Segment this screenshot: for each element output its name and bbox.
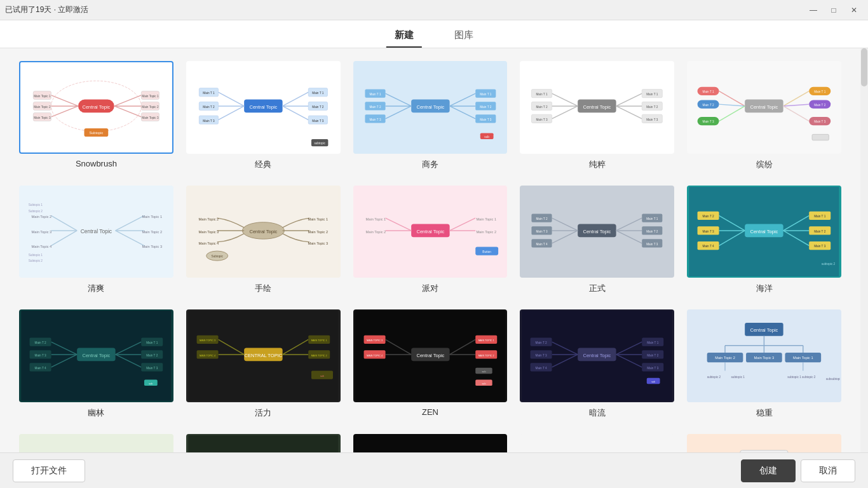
template-pure[interactable]: Central Topic Main T 1 Main T 2 Main T 3… [520,61,674,170]
template-grid-container: Central Topic Main Topic 1 Main Topic 2 … [0,48,860,452]
svg-text:Central Topic: Central Topic [750,327,778,333]
svg-text:MAIN TOPIC 1: MAIN TOPIC 1 [478,340,494,342]
template-label-forest: 幽林 [88,407,104,419]
template-thumb-r2: Central Topic Main Topic 1 · Main Topic … [186,434,341,452]
template-vitality[interactable]: CENTRAL TOPIC MAIN TOPIC 3 MAIN TOPIC 4 … [186,309,341,419]
template-r4[interactable]: Central Topic Main Topic 1 Main Topic 2 … [520,434,674,452]
template-classic[interactable]: Central Topic Main T 1 Main T 2 Main T 3… [186,61,341,170]
template-fresh[interactable]: Central Topic Main Topic 2 Main Topic 3 … [19,186,173,295]
template-business[interactable]: Central Topic Main T 1 Main T 2 Main T 3… [353,61,508,170]
svg-text:Main T 2: Main T 2 [648,354,660,357]
svg-text:sub: sub [482,371,485,374]
action-buttons: 创建 取消 [741,459,855,482]
cancel-button[interactable]: 取消 [801,459,855,482]
svg-text:Central Topic: Central Topic [750,228,778,234]
template-thumb-handdrawn: Central Topic Main Topic 2 Main Topic 3 … [186,186,341,278]
template-thumb-classic: Central Topic Main T 1 Main T 2 Main T 3… [186,61,341,154]
svg-text:Main T 2: Main T 2 [369,105,381,109]
maximize-button[interactable]: □ [825,3,843,18]
create-button[interactable]: 创建 [741,459,796,482]
svg-text:Main T 3: Main T 3 [480,118,492,121]
svg-rect-112 [812,134,829,140]
template-zen[interactable]: Central Topic MAIN TOPIC 3 MAIN TOPIC 4 … [353,309,508,419]
template-colorful[interactable]: Central Topic Main T 1 Main T 2 Main T 3… [687,61,841,170]
svg-text:Main T 3: Main T 3 [814,120,826,123]
svg-rect-353 [522,435,672,452]
svg-text:Main T 4: Main T 4 [536,367,548,370]
template-thumb-undercurrent: Central Topic Main T 2 Main T 3 Main T 4… [520,309,674,402]
template-stable[interactable]: Central Topic Main Topic 2 Main Topic 3 … [687,309,841,419]
template-ocean[interactable]: Central Topic Main T 2 Main T 3 Main T 4… [687,186,841,295]
template-r2[interactable]: Central Topic Main Topic 1 · Main Topic … [186,434,341,452]
template-r3[interactable]: Central Topic Main Topic 2 Main Topic 3 … [353,434,508,452]
template-label-formal: 正式 [589,283,606,294]
template-label-handdrawn: 手绘 [255,283,271,294]
template-thumb-colorful: Central Topic Main T 1 Main T 2 Main T 3… [687,61,841,154]
svg-text:Main T 2: Main T 2 [647,105,659,109]
svg-text:Main T 2: Main T 2 [536,341,548,344]
template-handdrawn[interactable]: Central Topic Main Topic 2 Main Topic 3 … [186,186,341,295]
svg-text:Main T 1: Main T 1 [703,90,715,93]
template-party[interactable]: Central Topic Main Topic 1 Main Topic 2 … [353,186,508,295]
template-undercurrent[interactable]: Central Topic Main T 2 Main T 3 Main T 4… [520,309,674,419]
template-snowbrush[interactable]: Central Topic Main Topic 1 Main Topic 2 … [19,61,173,170]
svg-text:subsubtopic: subsubtopic [826,377,840,381]
svg-text:Subtopic 2: Subtopic 2 [29,209,43,212]
svg-text:Main Topic 2: Main Topic 2 [476,229,496,233]
svg-text:Main T 4: Main T 4 [34,367,46,370]
svg-text:Main Topic 3: Main Topic 3 [142,245,162,248]
svg-rect-318 [188,435,338,452]
svg-text:Main T 1: Main T 1 [536,93,548,96]
template-r5[interactable]: Central Topic Main Topic 1 Main Topic 2 … [687,434,841,452]
template-label-stable: 稳重 [756,407,773,419]
template-formal[interactable]: Central Topic Main T 2 Main T 3 Main T 4… [520,186,674,295]
svg-text:Main T 2: Main T 2 [312,105,324,109]
tab-new[interactable]: 新建 [374,24,434,48]
tabs-bar: 新建 图库 [0,20,868,48]
template-label-party: 派对 [422,283,438,294]
svg-rect-374 [689,435,839,452]
template-forest[interactable]: Central Topic Main T 2 Main T 3 Main T 4… [19,309,173,419]
svg-text:Central Topic: Central Topic [81,227,112,234]
template-label-pure: 纯粹 [589,159,606,170]
svg-text:Main T 2: Main T 2 [814,104,826,107]
svg-text:MAIN TOPIC 4: MAIN TOPIC 4 [200,355,215,357]
svg-text:Main Topic 3: Main Topic 3 [34,116,51,119]
close-button[interactable]: ✕ [845,3,863,18]
template-thumb-r1: Central Topic Main Topic Main Topic Main… [19,434,173,452]
svg-text:Main T 1: Main T 1 [814,90,826,93]
open-file-button[interactable]: 打开文件 [13,459,85,482]
svg-text:Main T 1: Main T 1 [369,93,381,96]
template-thumb-stable: Central Topic Main Topic 2 Main Topic 3 … [687,309,841,402]
svg-text:MAIN TOPIC 1: MAIN TOPIC 1 [311,340,327,342]
svg-text:Main T 3: Main T 3 [536,354,548,357]
svg-text:Subtopic: Subtopic [211,255,223,258]
template-r1[interactable]: Central Topic Main Topic Main Topic Main… [19,434,173,452]
svg-text:Main T 4: Main T 4 [536,242,548,245]
svg-text:Main T 1: Main T 1 [647,93,659,96]
svg-text:Main T 3: Main T 3 [536,229,548,233]
template-grid: Central Topic Main Topic 1 Main Topic 2 … [19,61,841,452]
scrollbar-thumb[interactable] [861,48,867,86]
svg-text:Main T 2: Main T 2 [480,105,492,109]
svg-text:Main T 1: Main T 1 [814,215,826,218]
tab-library[interactable]: 图库 [434,24,494,48]
svg-text:Main Topic 2: Main Topic 2 [32,215,52,219]
svg-text:Main Topic 2: Main Topic 2 [142,229,162,233]
scrollbar-track[interactable] [860,48,868,452]
title-bar: 已试用了19天 · 立即激活 — □ ✕ [0,0,868,20]
svg-text:Main T 3: Main T 3 [703,229,715,233]
template-label-business: 商务 [422,159,438,170]
template-thumb-zen: Central Topic MAIN TOPIC 3 MAIN TOPIC 4 … [353,309,508,402]
svg-text:Main T 2: Main T 2 [814,229,826,233]
svg-text:Main T 3: Main T 3 [703,120,715,123]
minimize-button[interactable]: — [804,3,822,18]
template-thumb-party: Central Topic Main Topic 1 Main Topic 2 … [353,186,508,278]
template-label-vitality: 活力 [255,407,271,419]
svg-text:Main Topic 2: Main Topic 2 [365,229,386,233]
svg-text:Subtopic 2: Subtopic 2 [29,259,43,262]
svg-text:subtopic 2: subtopic 2 [707,376,721,379]
svg-text:MAIN TOPIC 3: MAIN TOPIC 3 [367,340,383,342]
svg-text:Central Topic: Central Topic [82,104,110,110]
template-thumb-r5: Central Topic Main Topic 1 Main Topic 2 … [687,434,841,452]
